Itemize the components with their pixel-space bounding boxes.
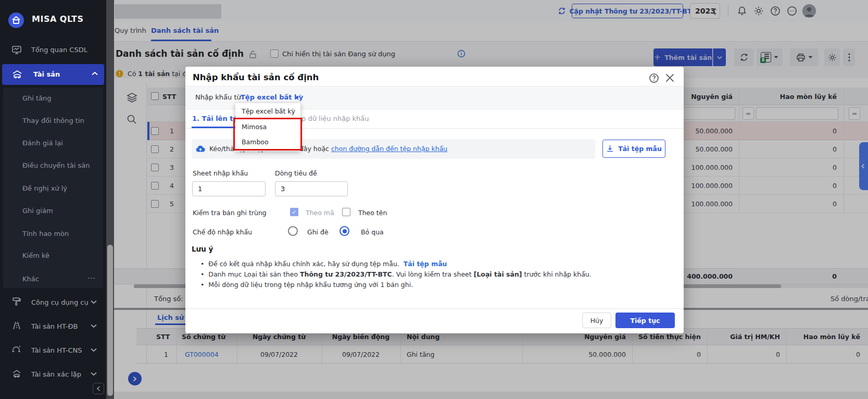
app-title: MISA QLTS [32, 14, 83, 24]
overwrite-label: Ghi đè [307, 228, 329, 236]
download-template-button[interactable]: Tải tệp mẫu [602, 140, 665, 158]
sidebar-item-kiem-ke[interactable]: Kiểm kê [22, 252, 49, 259]
modal-title: Nhập khẩu tài sản cố định [193, 72, 319, 82]
more-ellipsis-icon[interactable]: ⋯ [87, 273, 95, 283]
sidebar-item-label: Tài sản HT-ĐB [31, 322, 78, 330]
download-icon [606, 145, 614, 153]
sidebar-item-tai-san-ht-cns[interactable]: Tài sản HT-CNS [0, 343, 106, 358]
continue-button[interactable]: Tiếp tục [615, 313, 675, 328]
modal-footer-divider [185, 308, 684, 309]
sidebar-item-khac[interactable]: Khác [22, 275, 39, 283]
pipe-icon [11, 344, 22, 355]
sidebar-item-ghi-giam[interactable]: Ghi giảm [22, 207, 53, 215]
note-item: • Mỗi dòng dữ liệu trong tệp nhập khẩu t… [200, 281, 413, 289]
chevron-down-icon [91, 324, 97, 328]
import-mode-label: Chế độ nhập khẩu [193, 228, 252, 236]
chevron-down-icon [91, 300, 97, 304]
chevron-down-icon[interactable] [295, 96, 299, 99]
by-code-label: Theo mã [306, 209, 334, 217]
duplicate-check-label: Kiểm tra bản ghi trùng [193, 209, 267, 217]
dropdown-option-tep-excel[interactable]: Tệp excel bất kỳ [242, 107, 295, 115]
notes-title: Lưu ý [192, 245, 213, 253]
overwrite-radio[interactable] [288, 226, 298, 236]
sheet-input[interactable] [192, 181, 266, 196]
chevron-down-icon [91, 372, 97, 376]
by-code-checkbox[interactable]: ✓ [290, 208, 298, 216]
modal-help-icon[interactable] [649, 73, 659, 83]
import-from-label: Nhập khẩu từ [195, 93, 241, 101]
sheet-label: Sheet nhập khẩu [193, 169, 248, 177]
by-name-checkbox[interactable] [342, 208, 350, 216]
download-template-label: Tải tệp mẫu [618, 145, 662, 153]
template-link[interactable]: Tải tệp mẫu [404, 260, 447, 268]
sidebar-item-label: Tài sản HT-CNS [31, 346, 82, 354]
cancel-button[interactable]: Hủy [582, 313, 611, 328]
sidebar-item-tai-san-xac-lap[interactable]: Tài sản xác lập [0, 367, 106, 382]
sidebar-item-cong-cu-dung-cu[interactable]: Công cụ dụng cụ [0, 295, 106, 310]
sidebar-item-de-nghi-xu-ly[interactable]: Đề nghị xử lý [22, 184, 67, 192]
house-car-icon [11, 368, 22, 379]
note-item: • Danh mục Loại tài sản theo Thông tư 23… [200, 270, 592, 278]
asset-icon [11, 69, 23, 80]
sidebar: MISA QLTS Tổng quan CSDL Tài sản Ghi tăn… [0, 0, 106, 399]
sidebar-item-tinh-hao-mon[interactable]: Tính hao mòn [22, 230, 69, 238]
chevron-up-icon [92, 71, 98, 76]
continue-label: Tiếp tục [631, 317, 660, 325]
cancel-label: Hủy [590, 317, 603, 325]
sidebar-item-label: Tài sản xác lập [31, 370, 81, 378]
sidebar-item-label: Tổng quan CSDL [31, 46, 87, 54]
modal-close-icon[interactable] [665, 73, 675, 83]
red-highlight-box [233, 118, 302, 151]
cloud-upload-icon [195, 144, 206, 154]
sidebar-item-tai-san[interactable]: Tài sản [2, 64, 104, 85]
note-item: • Để có kết quả nhập khẩu chính xác, hãy… [200, 260, 447, 268]
choose-file-link[interactable]: chọn đường dẫn đến tệp nhập khẩu [331, 145, 447, 153]
app-logo-icon [8, 13, 24, 28]
sidebar-item-danh-gia-lai[interactable]: Đánh giá lại [22, 139, 63, 147]
paint-roller-icon [11, 296, 22, 307]
sidebar-item-label: Công cụ dụng cụ [31, 298, 89, 306]
by-name-label: Theo tên [358, 209, 387, 217]
skip-label: Bỏ qua [361, 228, 384, 236]
sidebar-item-thay-doi-thong-tin[interactable]: Thay đổi thông tin [22, 117, 84, 124]
sidebar-collapse-button[interactable] [93, 383, 104, 394]
skip-radio[interactable] [339, 226, 349, 236]
header-row-label: Dòng tiêu đề [275, 169, 317, 177]
import-source-select[interactable]: Tệp excel bất kỳ [241, 93, 303, 101]
dashboard-icon [11, 45, 22, 55]
header-row-input[interactable] [275, 181, 348, 196]
sidebar-item-dieu-chuyen-tai-san[interactable]: Điều chuyển tài sản [22, 161, 90, 169]
sidebar-item-ghi-tang[interactable]: Ghi tăng [22, 94, 52, 102]
chevron-down-icon [91, 348, 97, 352]
sidebar-item-label: Tài sản [33, 70, 60, 78]
road-icon [11, 320, 22, 331]
sidebar-item-tai-san-ht-db[interactable]: Tài sản HT-ĐB [0, 319, 106, 334]
sidebar-item-tong-quan[interactable]: Tổng quan CSDL [0, 43, 106, 59]
